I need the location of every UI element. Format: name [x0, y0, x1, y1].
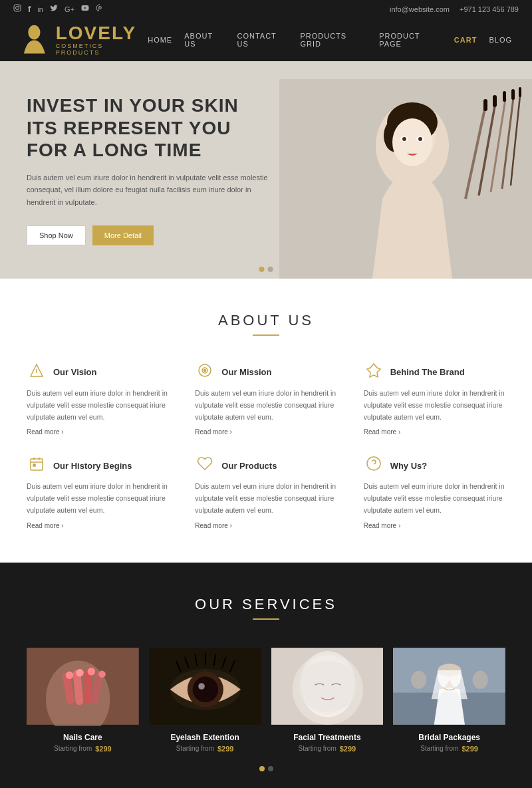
hero-dot-1[interactable] — [259, 267, 265, 272]
about-item-header-6: Why Us? — [364, 456, 505, 475]
services-dot-1[interactable] — [259, 766, 265, 771]
read-more-6[interactable]: Read more — [364, 522, 505, 529]
about-text-2: Duis autem vel eum iriure dolor in hendr… — [195, 388, 336, 424]
contact-info: info@website.com +971 123 456 789 — [390, 5, 519, 13]
services-title: OUR SERVICES — [27, 596, 505, 613]
youtube-link[interactable] — [81, 4, 89, 14]
hero-dot-2[interactable] — [268, 267, 273, 272]
read-more-3[interactable]: Read more — [364, 428, 505, 436]
about-item-mission: Our Mission Duis autem vel eum iriure do… — [195, 362, 336, 436]
service-img-bridal — [393, 646, 505, 726]
service-starting-bridal: Starting from — [420, 745, 458, 752]
services-divider — [253, 618, 279, 620]
nav-cart[interactable]: CART — [454, 36, 477, 44]
svg-point-1 — [16, 7, 19, 10]
nav-about[interactable]: ABOUT US — [184, 32, 225, 48]
service-price-facial: $299 — [340, 745, 356, 753]
instagram-link[interactable] — [13, 4, 21, 14]
service-starting-eyelash: Starting from — [176, 745, 214, 752]
svg-point-37 — [367, 457, 380, 470]
about-title-4: Our History Begins — [53, 461, 132, 471]
about-text-5: Duis autem vel eum iriure dolor in hendr… — [195, 481, 336, 517]
about-title-1: Our Vision — [53, 367, 97, 377]
nav-contact[interactable]: CONTACT US — [237, 32, 288, 48]
top-bar: f in G+ info@website.com +971 123 456 78… — [0, 0, 532, 18]
service-name-nails: Nails Care — [27, 733, 139, 742]
svg-point-5 — [29, 25, 39, 35]
about-title-2: Our Mission — [221, 367, 271, 377]
read-more-1[interactable]: Read more — [27, 428, 168, 436]
googleplus-link[interactable]: G+ — [65, 5, 74, 13]
read-more-4[interactable]: Read more — [27, 522, 168, 529]
pinterest-link[interactable] — [96, 4, 104, 14]
services-section: OUR SERVICES Nails Care — [0, 563, 532, 788]
logo-icon — [20, 23, 49, 57]
nav-product-page[interactable]: PRODUCT PAGE — [379, 32, 442, 48]
logo[interactable]: LOVELY COSMETICS PRODUCTS — [20, 23, 148, 57]
hero-buttons: Shop Now More Detail — [27, 225, 273, 245]
whyus-icon — [364, 456, 384, 475]
history-icon — [27, 456, 47, 475]
linkedin-link[interactable]: in — [37, 5, 43, 13]
social-links[interactable]: f in G+ — [13, 4, 104, 14]
about-item-products: Our Products Duis autem vel eum iriure d… — [195, 456, 336, 529]
about-text-1: Duis autem vel eum iriure dolor in hendr… — [27, 388, 168, 424]
svg-point-71 — [411, 671, 426, 689]
services-dot-2[interactable] — [268, 766, 273, 771]
about-title-5: Our Products — [221, 461, 277, 471]
svg-point-15 — [418, 137, 422, 141]
read-more-5[interactable]: Read more — [195, 522, 336, 529]
read-more-2[interactable]: Read more — [195, 428, 336, 436]
svg-point-52 — [192, 676, 218, 702]
service-name-facial: Facial Treatments — [271, 733, 384, 742]
about-item-whyus: Why Us? Duis autem vel eum iriure dolor … — [364, 456, 505, 529]
hero-title: INVEST IN YOUR SKIN ITS REPRESENT YOU FO… — [27, 94, 273, 162]
nav-blog[interactable]: BLOG — [489, 36, 512, 44]
service-img-eyelash — [149, 646, 261, 726]
service-starting-facial: Starting from — [299, 745, 336, 752]
nav-home[interactable]: HOME — [148, 36, 172, 44]
about-title: ABOUT US — [27, 312, 505, 329]
about-text-6: Duis autem vel eum iriure dolor in hendr… — [364, 481, 505, 517]
twitter-link[interactable] — [50, 4, 58, 14]
svg-marker-31 — [367, 364, 380, 377]
hero-carousel-dots[interactable] — [259, 267, 273, 272]
shop-now-button[interactable]: Shop Now — [27, 225, 86, 245]
about-item-brand: Behind The Brand Duis autem vel eum iriu… — [364, 362, 505, 436]
service-card-eyelash[interactable]: Eyelash Extention Starting from $299 — [149, 646, 261, 753]
email: info@website.com — [390, 5, 450, 13]
service-price-row-facial: Starting from $299 — [271, 745, 384, 753]
about-section: ABOUT US Our Vision Duis autem vel eum i… — [0, 279, 532, 563]
logo-name: LOVELY — [56, 24, 148, 43]
services-carousel-dots[interactable] — [27, 766, 505, 771]
svg-rect-21 — [483, 99, 487, 111]
main-nav: HOME ABOUT US CONTACT US PRODUCTS GRID P… — [148, 32, 512, 48]
service-name-bridal: Bridal Packages — [393, 733, 505, 742]
service-card-bridal[interactable]: Bridal Packages Starting from $299 — [393, 646, 505, 753]
service-card-facial[interactable]: Facial Treatments Starting from $299 — [271, 646, 384, 753]
services-grid: Nails Care Starting from $299 — [27, 646, 505, 753]
hero-image-area — [279, 61, 532, 279]
about-text-4: Duis autem vel eum iriure dolor in hendr… — [27, 481, 168, 517]
hero-description: Duis autem vel eum iriure dolor in hendr… — [27, 172, 273, 209]
about-item-header-2: Our Mission — [195, 362, 336, 382]
svg-point-2 — [19, 6, 20, 7]
svg-point-14 — [402, 137, 406, 141]
facebook-link[interactable]: f — [28, 4, 31, 14]
about-title-6: Why Us? — [390, 461, 428, 471]
nav-products-grid[interactable]: PRODUCTS GRID — [300, 32, 367, 48]
service-card-nails[interactable]: Nails Care Starting from $299 — [27, 646, 139, 753]
about-item-header-3: Behind The Brand — [364, 362, 505, 382]
more-detail-button[interactable]: More Detail — [92, 225, 154, 245]
svg-rect-22 — [493, 95, 497, 107]
service-img-nails — [27, 646, 139, 726]
service-starting-nails: Starting from — [54, 745, 92, 752]
svg-point-53 — [198, 683, 205, 690]
service-price-row-nails: Starting from $299 — [27, 745, 139, 753]
logo-text: LOVELY COSMETICS PRODUCTS — [56, 24, 148, 56]
svg-rect-32 — [31, 459, 43, 470]
svg-rect-25 — [519, 87, 521, 97]
svg-rect-36 — [33, 464, 35, 466]
hero-section: INVEST IN YOUR SKIN ITS REPRESENT YOU FO… — [0, 61, 532, 279]
service-price-nails: $299 — [95, 745, 111, 753]
